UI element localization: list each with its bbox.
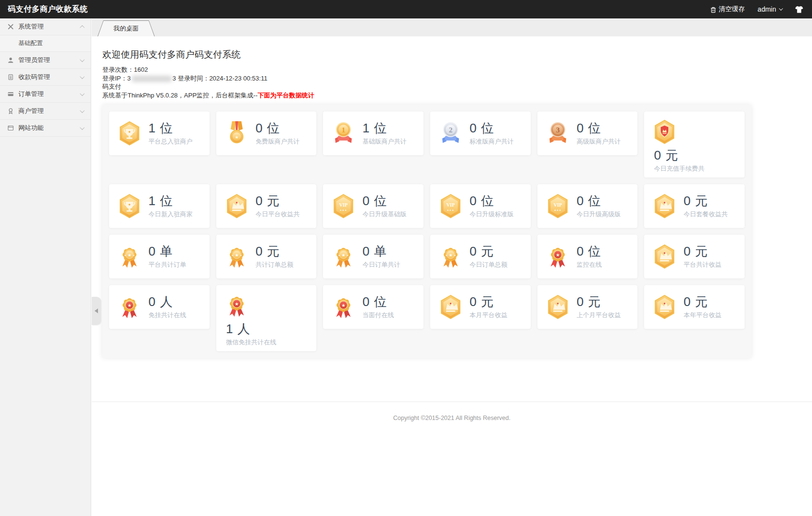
sidebar-item-system[interactable]: 系统管理	[0, 18, 91, 35]
stat-value: 0 位	[577, 121, 621, 135]
sidebar-item-website[interactable]: 网站功能	[0, 120, 91, 137]
clear-cache-label: 清空缓存	[719, 5, 745, 14]
username: admin	[758, 5, 776, 13]
clear-cache-button[interactable]: 清空缓存	[710, 5, 745, 14]
hex-trophy-icon	[118, 120, 141, 146]
stat-card: 0 单 平台共计订单	[109, 235, 210, 278]
user-menu[interactable]: admin	[758, 5, 782, 13]
welcome-section: 欢迎使用码支付多商户码支付系统 登录次数：1602 登录IP：33 登录时间：2…	[92, 36, 812, 99]
stat-value: 1 人	[226, 322, 317, 336]
theme-button[interactable]	[795, 5, 803, 14]
stat-label: 今日升级高级版	[577, 210, 621, 219]
login-time-value: 2024-12-23 00:53:11	[209, 75, 267, 82]
stat-label: 平台共计订单	[148, 260, 186, 269]
window-icon	[7, 125, 14, 131]
stat-card: 0 位 今日升级高级版	[537, 184, 638, 228]
rosette-gold-icon	[226, 243, 248, 270]
hex-crown-icon	[653, 243, 676, 270]
stat-label: 平台共计收益	[683, 260, 721, 269]
stat-label: 今日新入驻商家	[148, 210, 193, 219]
stat-card: 0 位 今日升级基础版	[323, 184, 423, 228]
stat-label: 共计订单总额	[256, 260, 293, 269]
main-content: 我的桌面 欢迎使用码支付多商户码支付系统 登录次数：1602 登录IP：33 登…	[92, 18, 812, 516]
chevron-icon	[80, 108, 85, 113]
stat-label: 今日升级基础版	[362, 210, 406, 219]
chevron-down-icon	[779, 6, 783, 10]
stat-value: 0 位	[256, 121, 300, 135]
stat-value: 0 元	[470, 294, 507, 309]
stat-value: 1 位	[148, 194, 193, 208]
stat-label: 本年平台收益	[683, 311, 721, 320]
tab-label: 我的桌面	[98, 21, 154, 36]
tshirt-icon	[795, 5, 803, 14]
hex-vip-icon	[332, 193, 355, 219]
sidebar-item-base-config[interactable]: 基础配置	[0, 35, 91, 52]
medal-1-icon	[332, 120, 355, 146]
stat-label: 免挂共计在线	[148, 311, 186, 320]
stat-card: 0 单 今日订单共计	[323, 235, 423, 278]
sidebar-item-orders[interactable]: 订单管理	[0, 86, 91, 103]
user-icon	[7, 57, 14, 64]
stat-card: 0 元 今日充值手续费共	[644, 112, 745, 177]
stat-label: 基础版商户共计	[362, 137, 406, 146]
stat-card: 0 元 今日平台收益共	[216, 184, 317, 228]
app-title: 码支付多商户收款系统	[8, 4, 88, 15]
trash-icon	[710, 6, 717, 13]
stat-card: 1 位 基础版商户共计	[323, 112, 423, 155]
stat-label: 今日充值手续费共	[654, 164, 745, 173]
tab-my-desktop[interactable]: 我的桌面	[97, 20, 155, 36]
login-ip-line: 登录IP：33 登录时间：2024-12-23 00:53:11	[102, 74, 812, 83]
hex-crown-icon	[653, 294, 676, 320]
rosette-gold-icon	[439, 243, 462, 270]
stat-value: 0 元	[577, 294, 621, 309]
stat-label: 高级版商户共计	[577, 137, 621, 146]
wrench-icon	[7, 23, 14, 30]
stat-label: 当面付在线	[362, 311, 394, 320]
stat-card: 0 元 上个月平台收益	[537, 285, 638, 329]
sidebar: 系统管理 基础配置 管理员管理 收款码管理 订单管理 商户管理 网站功能	[0, 18, 91, 516]
system-info-line: 系统基于ThinkPhp V5.0.28，APP监控，后台框架集成--下面为平台…	[102, 91, 812, 100]
stat-card: 0 元 平台共计收益	[644, 235, 745, 278]
medal-3-icon	[547, 120, 569, 146]
sidebar-item-admins[interactable]: 管理员管理	[0, 52, 91, 69]
login-count-value: 1602	[134, 66, 148, 73]
rosette-gold-icon	[118, 243, 141, 270]
stat-value: 0 位	[470, 194, 514, 208]
stat-card: 1 人 微信免挂共计在线	[216, 285, 317, 351]
stat-card: 0 位 今日升级标准版	[430, 184, 531, 228]
hex-trophy-icon	[118, 193, 141, 219]
tab-bar: 我的桌面	[92, 18, 812, 36]
medal-ribbon-icon	[226, 120, 248, 146]
medal-2-icon	[439, 120, 462, 146]
stat-card: 1 位 今日新入驻商家	[109, 184, 210, 228]
brand-line: 码支付	[102, 82, 812, 91]
stat-label: 今日订单总额	[470, 260, 507, 269]
stat-card: 0 位 免费版商户共计	[216, 112, 317, 155]
stat-card: 0 元 共计订单总额	[216, 235, 317, 278]
sidebar-collapse-handle[interactable]	[92, 297, 101, 325]
rosette-red-icon	[226, 292, 248, 319]
stat-label: 标准版商户共计	[470, 137, 514, 146]
chevron-icon	[80, 91, 85, 96]
stat-value: 0 单	[148, 244, 186, 258]
card-icon	[7, 91, 14, 97]
chevron-icon	[80, 125, 85, 130]
stat-label: 监控在线	[577, 260, 602, 269]
sidebar-item-merchant[interactable]: 商户管理	[0, 103, 91, 120]
rosette-gold-icon	[332, 243, 355, 270]
stat-card: 0 位 标准版商户共计	[430, 112, 531, 155]
ip-visible-start: 3	[127, 75, 130, 82]
stat-value: 0 元	[256, 194, 300, 208]
stats-highlight-note: 下面为平台数据统计	[258, 92, 314, 99]
sidebar-item-qrcode[interactable]: 收款码管理	[0, 69, 91, 86]
stat-value: 0 元	[683, 244, 721, 258]
stat-label: 免费版商户共计	[256, 137, 300, 146]
top-header-bar: 码支付多商户收款系统 清空缓存 admin	[0, 0, 812, 18]
ip-visible-end: 3	[173, 75, 176, 82]
welcome-title: 欢迎使用码支付多商户码支付系统	[102, 48, 812, 61]
stat-value: 0 元	[683, 294, 721, 309]
stat-value: 1 位	[362, 121, 406, 135]
stat-value: 0 元	[256, 244, 293, 258]
hex-crown-icon	[439, 294, 462, 320]
hex-vip-icon	[547, 193, 569, 219]
